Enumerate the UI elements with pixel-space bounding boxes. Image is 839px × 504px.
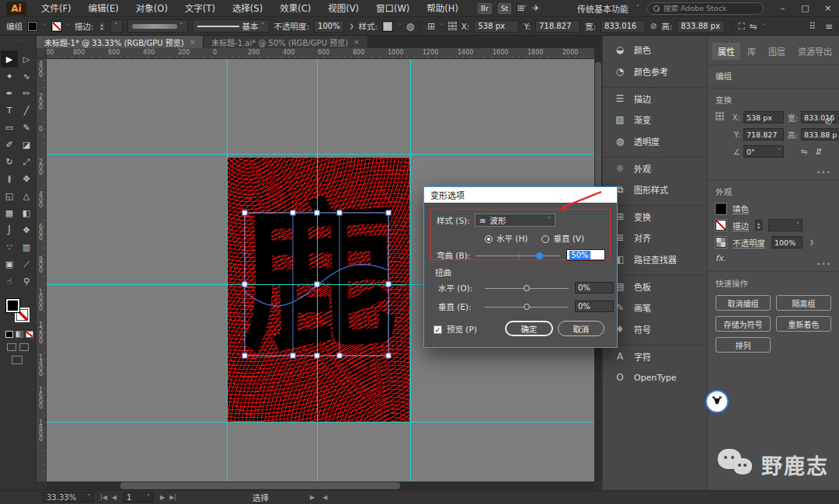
- opacity-field[interactable]: 100%: [771, 236, 802, 249]
- none-mode-button[interactable]: [26, 331, 33, 338]
- horizontal-scrollbar-thumb[interactable]: [120, 482, 400, 489]
- perspective-grid-tool[interactable]: △: [18, 187, 35, 204]
- menu-item[interactable]: 视图(V): [319, 0, 367, 17]
- ruler-origin[interactable]: [37, 48, 47, 59]
- menu-item[interactable]: 文件(F): [33, 0, 80, 17]
- reference-point-selector[interactable]: [448, 22, 457, 30]
- ok-button[interactable]: 确定: [505, 321, 553, 336]
- magic-wand-tool[interactable]: ✦: [1, 68, 18, 85]
- menu-item[interactable]: 选择(S): [224, 0, 271, 17]
- next-artboard-button[interactable]: ▶: [160, 494, 165, 501]
- gradient-mode-button[interactable]: [16, 331, 23, 338]
- line-segment-tool[interactable]: ╱: [18, 102, 35, 119]
- fill-chevron-icon[interactable]: ˅: [44, 23, 47, 30]
- menu-item[interactable]: 编辑(E): [80, 0, 127, 17]
- width-field[interactable]: 833.016: [601, 20, 646, 33]
- opacity-link[interactable]: 不透明度: [733, 237, 765, 249]
- scale-tool[interactable]: ⤢: [18, 153, 35, 170]
- quick-action-button[interactable]: 取消编组: [715, 295, 771, 311]
- horizontal-ruler[interactable]: 1000800600400200020040060080010001200140…: [37, 48, 594, 59]
- panel-swatches[interactable]: ▤ 色板: [603, 275, 707, 297]
- direct-selection-tool[interactable]: ▷: [18, 50, 35, 68]
- align-panel-icon[interactable]: ⇋: [750, 21, 757, 32]
- constrain-proportions-icon[interactable]: ⊘: [824, 115, 833, 127]
- guide-vertical-3[interactable]: [410, 59, 411, 481]
- zoom-tool[interactable]: ⚲: [18, 273, 35, 290]
- distort-vertical-field[interactable]: 0%: [575, 301, 614, 312]
- rotate-tool[interactable]: ↻: [1, 153, 18, 170]
- panel-character[interactable]: A 字符: [603, 345, 707, 367]
- fill-swatch[interactable]: [27, 21, 38, 32]
- menu-item[interactable]: 文字(T): [176, 0, 224, 17]
- cancel-button[interactable]: 取消: [558, 321, 604, 336]
- height-field[interactable]: 833.88 px: [677, 20, 725, 33]
- lasso-tool[interactable]: ∿: [18, 68, 35, 85]
- panel-opentype[interactable]: O OpenType: [603, 367, 707, 388]
- free-transform-tool[interactable]: ✥: [18, 170, 35, 187]
- opacity-field[interactable]: 100%: [314, 20, 344, 33]
- first-artboard-button[interactable]: |◀: [100, 494, 107, 501]
- distort-vertical-slider[interactable]: [485, 303, 569, 311]
- workspace-chevron-icon[interactable]: ˅: [636, 5, 639, 12]
- opacity-flyout-icon[interactable]: ❯: [809, 239, 814, 245]
- radio-vertical[interactable]: 垂直 (V): [541, 232, 584, 244]
- draw-behind-button[interactable]: [19, 343, 29, 351]
- flip-horizontal-icon[interactable]: ⇋: [801, 147, 808, 156]
- curvature-tool[interactable]: ✏: [18, 85, 35, 102]
- stroke-swatch[interactable]: [51, 21, 62, 32]
- type-tool[interactable]: T: [1, 102, 18, 119]
- width-profile-dropdown[interactable]: ˅: [127, 19, 188, 33]
- stroke-weight-dropdown[interactable]: ˅: [768, 219, 802, 231]
- quick-action-button[interactable]: 重新着色: [776, 316, 831, 332]
- workspace-switcher-icon[interactable]: ⊞˅: [517, 3, 526, 13]
- shape-builder-tool[interactable]: ◱: [1, 187, 18, 204]
- bend-value-field[interactable]: 50%: [566, 249, 605, 261]
- fill-swatch[interactable]: [715, 203, 726, 214]
- style-swatch[interactable]: [382, 21, 393, 32]
- status-flyout-left-icon[interactable]: ◀: [322, 494, 327, 501]
- document-tab[interactable]: 未标题-1.ai* @ 50% (RGB/GPU 预览) ×: [204, 36, 367, 48]
- menu-item[interactable]: 窗口(W): [367, 0, 418, 17]
- artboard-navigation-dropdown[interactable]: 1˅: [123, 492, 154, 502]
- panel-color[interactable]: ◒ 颜色: [603, 39, 707, 61]
- status-flyout-right-icon[interactable]: ▶: [310, 494, 315, 501]
- pen-tool[interactable]: ✒: [1, 85, 18, 102]
- screen-mode-button[interactable]: [12, 356, 23, 364]
- vertical-ruler[interactable]: 400200020040060080010001200140016001800: [37, 59, 47, 481]
- column-graph-tool[interactable]: ▥: [18, 238, 35, 255]
- arrange-icon[interactable]: ⠿: [809, 21, 816, 32]
- menu-item[interactable]: 帮助(H): [418, 0, 467, 17]
- search-input[interactable]: [663, 4, 749, 12]
- menu-item[interactable]: 效果(C): [271, 0, 319, 17]
- eyedropper-tool[interactable]: ⌡: [1, 221, 18, 238]
- fill-link[interactable]: 填色: [733, 203, 749, 214]
- maximize-button[interactable]: □: [794, 0, 816, 16]
- width-tool[interactable]: ≬: [1, 170, 18, 187]
- symbol-sprayer-tool[interactable]: ∵: [1, 238, 18, 255]
- distort-vertical-thumb[interactable]: [524, 304, 530, 310]
- document-tab[interactable]: 未标题-1* @ 33.33% (RGB/GPU 预览) ×: [37, 36, 204, 48]
- angle-dropdown[interactable]: 0°˅: [743, 145, 784, 158]
- last-artboard-button[interactable]: ▶|: [169, 494, 176, 501]
- share-icon[interactable]: ✈: [532, 3, 538, 13]
- x-field[interactable]: 538 px: [743, 111, 784, 123]
- preview-checkbox[interactable]: ✓预览 (P): [433, 323, 477, 335]
- brush-definition-dropdown[interactable]: 基本˅: [193, 19, 270, 33]
- panel-gradient[interactable]: ▧ 渐变: [603, 109, 707, 130]
- color-mode-button[interactable]: [5, 331, 13, 338]
- blend-tool[interactable]: ❖: [18, 221, 35, 238]
- document-setup-icon[interactable]: ◍: [406, 21, 414, 32]
- distort-horizontal-slider[interactable]: [485, 284, 569, 292]
- stroke-weight-stepper[interactable]: ▴▾: [755, 220, 762, 231]
- fill-color-indicator[interactable]: [5, 298, 20, 313]
- x-field[interactable]: 538 px: [474, 20, 519, 33]
- selection-tool[interactable]: ▶: [1, 50, 18, 68]
- style-chevron-icon[interactable]: ˅: [399, 23, 402, 30]
- horizontal-scrollbar[interactable]: [47, 481, 594, 490]
- menu-item[interactable]: 对象(O): [127, 0, 176, 17]
- stroke-link[interactable]: 描边: [733, 220, 749, 231]
- stroke-swatch[interactable]: [715, 220, 726, 231]
- transform-more-options[interactable]: •••: [816, 169, 831, 176]
- panel-align[interactable]: ≣ 对齐: [603, 227, 707, 249]
- zoom-level-dropdown[interactable]: 33.33%˅: [43, 492, 94, 502]
